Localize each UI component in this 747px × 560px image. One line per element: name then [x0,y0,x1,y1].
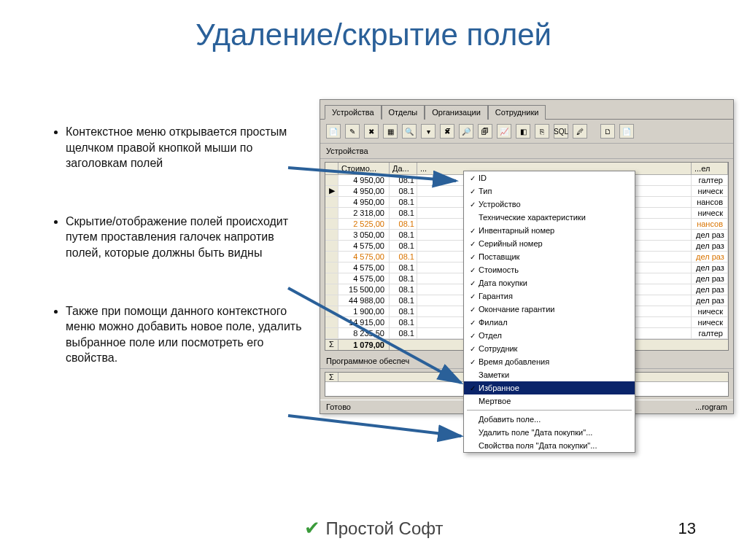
cell-cost: 44 988,00 [338,295,390,306]
ctx-item[interactable]: ✓Сотрудник [464,342,635,355]
cell-cost: 15 500,00 [338,284,390,295]
check-icon: ✓ [467,306,479,314]
cell-date: 08.1 [390,273,417,284]
toolbar-button-11[interactable]: ⎘ [535,124,549,139]
cell-date: 08.1 [390,262,417,273]
row-marker [325,295,338,306]
cell-branch: дел раз [692,262,728,273]
toolbar-button-4[interactable]: 🔍 [402,124,417,139]
ctx-item[interactable]: ✓Устройство [464,198,635,211]
ctx-item[interactable]: Заметки [464,368,635,381]
toolbar-button-12[interactable]: SQL [554,124,568,139]
ctx-label: Технические характеристики [479,213,630,222]
grid-header-marker[interactable] [325,163,338,174]
ctx-action[interactable]: Удалить поле "Дата покупки"... [464,426,635,439]
ctx-action[interactable]: Свойства поля "Дата покупки"... [464,439,635,452]
company-logo: ✔ Простой Софт [304,517,444,540]
ctx-item[interactable]: ✓Гарантия [464,289,635,303]
grid-sum-value: 1 079,00 [338,340,390,350]
ctx-action[interactable]: Добавить поле... [464,413,635,426]
grid-header-branch[interactable]: ...ел [692,163,728,174]
row-marker [325,219,338,229]
ctx-item[interactable]: ✓Стоимость [464,263,635,276]
row-marker [325,317,338,327]
check-icon: ✓ [467,201,479,209]
toolbar-button-13[interactable]: 🖉 [573,124,587,139]
toolbar-button-5[interactable]: ▾ [421,124,436,139]
logo-text: Простой Софт [326,518,444,539]
toolbar-button-7[interactable]: 🔎 [459,124,473,139]
bullet-list: Контекстное меню открывается простым щел… [44,124,306,408]
ctx-item[interactable]: ✓Избранное [464,381,635,394]
cell-branch: дел раз [692,241,728,251]
toolbar-button-3[interactable]: ▦ [383,124,398,139]
cell-date: 08.1 [390,252,417,262]
cell-branch: ническ [692,306,728,316]
cell-cost: 4 575,00 [338,273,390,284]
cell-cost: 4 950,00 [338,197,390,207]
cell-branch: дел раз [692,295,728,306]
ctx-item[interactable]: ✓Поставщик [464,250,635,263]
ctx-item[interactable]: Технические характеристики [464,211,635,224]
row-marker [325,273,338,284]
cell-date: 08.1 [390,175,417,185]
ctx-item[interactable]: Мертвое [464,394,635,408]
status-text: Готово [326,402,351,411]
check-icon: ✓ [467,384,479,392]
slide-title: Удаление/скрытие полей [0,0,747,52]
toolbar-button-9[interactable]: 📈 [497,124,511,139]
check-icon: ✓ [467,227,479,235]
status-right: ...rogram [695,402,727,411]
bullet-item: Также при помощи данного контекстного ме… [66,303,306,366]
toolbar-button-6[interactable]: ✖̅ [440,124,454,139]
toolbar-button-2[interactable]: ✖ [364,124,379,139]
grid-header-cost[interactable]: Стоимо... [338,163,390,174]
ctx-label: Гарантия [479,292,630,300]
ctx-item[interactable]: ✓Тип [464,184,635,198]
toolbar-button-10[interactable]: ◧ [516,124,530,139]
tab-organizations[interactable]: Организации [425,105,488,120]
cell-cost: 1 900,00 [338,306,390,316]
ctx-label: Филиал [479,318,630,327]
cell-branch: ническ [692,317,728,327]
sigma-icon: Σ [325,373,338,381]
row-marker [325,241,338,251]
ctx-label: Избранное [479,384,630,392]
ctx-item[interactable]: ✓Серийный номер [464,237,635,250]
cell-branch: дел раз [692,284,728,295]
grid-header-date[interactable]: Да... [390,163,417,174]
check-icon: ✓ [467,266,479,274]
context-menu[interactable]: ✓ID✓Тип✓УстройствоТехнические характерис… [463,171,635,453]
ctx-item[interactable]: ✓Дата покупки [464,276,635,289]
row-marker [325,230,338,240]
cell-branch: нансов [692,219,728,229]
ctx-item[interactable]: ✓Инвентарный номер [464,224,635,237]
cell-cost: 14 915,00 [338,317,390,327]
row-marker [325,328,338,338]
ctx-label: Стоимость [479,265,630,274]
ctx-item[interactable]: ✓Филиал [464,316,635,329]
cell-date: 08.1 [390,230,417,240]
toolbar: 📄✎✖▦🔍▾✖̅🔎🗐📈◧⎘SQL🖉🗋📄 [320,120,733,144]
tab-employees[interactable]: Сотрудники [488,105,546,120]
ctx-item[interactable]: ✓Окончание гарантии [464,303,635,316]
tab-departments[interactable]: Отделы [382,105,425,120]
cell-date: 08.1 [390,328,417,338]
cell-cost: 4 950,00 [338,186,390,196]
toolbar-button-15[interactable]: 🗋 [600,124,615,139]
check-icon: ✓ [467,253,479,261]
ctx-item[interactable]: ✓Отдел [464,329,635,342]
toolbar-button-8[interactable]: 🗐 [478,124,492,139]
toolbar-button-1[interactable]: ✎ [345,124,360,139]
check-icon: ✓ [467,187,479,195]
ctx-item[interactable]: ✓ID [464,171,635,184]
toolbar-button-0[interactable]: 📄 [326,124,341,139]
row-marker [325,252,338,262]
ctx-label: Отдел [479,331,630,340]
ctx-label: Окончание гарантии [479,305,630,314]
tab-devices[interactable]: Устройства [325,105,382,120]
ctx-item[interactable]: ✓Время добавления [464,355,635,368]
toolbar-button-16[interactable]: 📄 [619,124,634,139]
row-marker [325,197,338,207]
cell-cost: 2 525,00 [338,219,390,229]
